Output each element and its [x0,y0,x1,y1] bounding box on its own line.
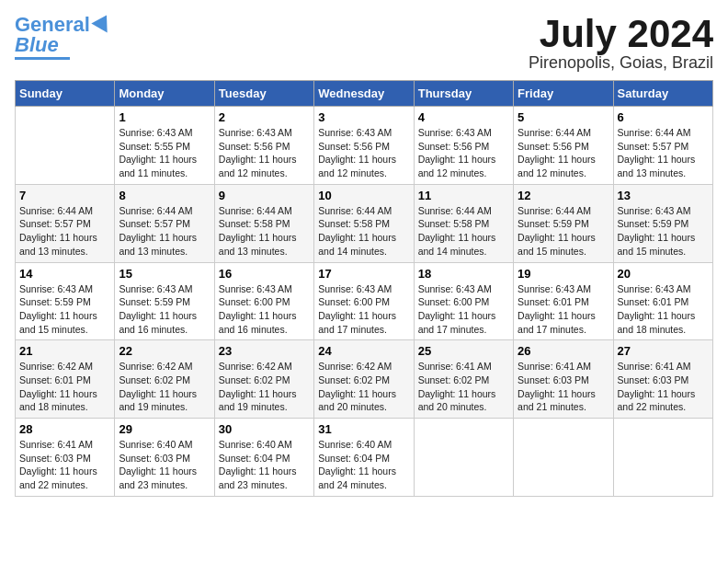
day-number: 21 [19,344,110,358]
day-number: 16 [219,267,310,281]
day-info: Sunrise: 6:44 AM Sunset: 5:57 PM Dayligh… [119,204,210,259]
logo-blue: Blue [15,35,59,55]
day-number: 29 [119,422,210,436]
title-block: July 2024 Pirenopolis, Goias, Brazil [529,15,713,73]
calendar-cell [514,419,613,497]
logo-underline [15,57,70,60]
day-info: Sunrise: 6:43 AM Sunset: 5:56 PM Dayligh… [219,126,310,180]
calendar-cell: 15Sunrise: 6:43 AM Sunset: 5:59 PM Dayli… [115,262,214,340]
day-number: 8 [119,189,210,202]
location-title: Pirenopolis, Goias, Brazil [529,53,713,73]
weekday-header-cell: Sunday [16,81,115,107]
logo: General Blue [15,15,110,60]
calendar-cell: 13Sunrise: 6:43 AM Sunset: 5:59 PM Dayli… [613,184,712,262]
day-info: Sunrise: 6:42 AM Sunset: 6:02 PM Dayligh… [219,360,310,414]
day-info: Sunrise: 6:43 AM Sunset: 5:59 PM Dayligh… [119,282,210,337]
calendar-cell: 24Sunrise: 6:42 AM Sunset: 6:02 PM Dayli… [314,340,414,419]
day-number: 2 [219,110,310,124]
logo-triangle-icon [91,11,114,33]
day-info: Sunrise: 6:44 AM Sunset: 5:57 PM Dayligh… [618,126,709,180]
page-header: General Blue July 2024 Pirenopolis, Goia… [15,15,713,73]
calendar-week-row: 14Sunrise: 6:43 AM Sunset: 5:59 PM Dayli… [16,262,713,340]
calendar-cell: 3Sunrise: 6:43 AM Sunset: 5:56 PM Daylig… [314,107,414,185]
day-info: Sunrise: 6:43 AM Sunset: 6:01 PM Dayligh… [618,282,709,337]
calendar-week-row: 7Sunrise: 6:44 AM Sunset: 5:57 PM Daylig… [16,184,713,262]
calendar-cell: 29Sunrise: 6:40 AM Sunset: 6:03 PM Dayli… [115,419,214,497]
day-info: Sunrise: 6:42 AM Sunset: 6:02 PM Dayligh… [318,360,409,414]
day-number: 1 [119,110,210,124]
calendar-week-row: 21Sunrise: 6:42 AM Sunset: 6:01 PM Dayli… [16,340,713,419]
month-title: July 2024 [529,15,713,53]
day-number: 7 [19,189,110,202]
day-number: 13 [618,189,709,202]
calendar-cell [613,419,712,497]
weekday-header-cell: Wednesday [314,81,414,107]
calendar-cell: 6Sunrise: 6:44 AM Sunset: 5:57 PM Daylig… [613,107,712,185]
calendar-cell [16,107,115,185]
logo-text: General [15,15,90,35]
calendar-cell: 14Sunrise: 6:43 AM Sunset: 5:59 PM Dayli… [16,262,115,340]
day-number: 26 [518,344,609,358]
day-info: Sunrise: 6:43 AM Sunset: 6:00 PM Dayligh… [219,282,310,337]
calendar-cell: 21Sunrise: 6:42 AM Sunset: 6:01 PM Dayli… [16,340,115,419]
day-number: 22 [119,344,210,358]
day-number: 17 [318,267,409,281]
day-number: 24 [318,344,409,358]
day-info: Sunrise: 6:43 AM Sunset: 6:00 PM Dayligh… [418,282,509,337]
day-number: 3 [318,110,409,124]
calendar-cell: 9Sunrise: 6:44 AM Sunset: 5:58 PM Daylig… [214,184,313,262]
calendar-body: 1Sunrise: 6:43 AM Sunset: 5:55 PM Daylig… [16,107,713,497]
calendar-table: SundayMondayTuesdayWednesdayThursdayFrid… [15,80,713,497]
day-number: 25 [418,344,509,358]
day-info: Sunrise: 6:43 AM Sunset: 6:01 PM Dayligh… [518,282,609,337]
calendar-cell: 5Sunrise: 6:44 AM Sunset: 5:56 PM Daylig… [514,107,613,185]
calendar-cell: 26Sunrise: 6:41 AM Sunset: 6:03 PM Dayli… [514,340,613,419]
day-info: Sunrise: 6:44 AM Sunset: 5:59 PM Dayligh… [518,204,609,259]
day-info: Sunrise: 6:43 AM Sunset: 5:59 PM Dayligh… [19,282,110,337]
day-info: Sunrise: 6:41 AM Sunset: 6:02 PM Dayligh… [418,360,509,414]
calendar-cell: 4Sunrise: 6:43 AM Sunset: 5:56 PM Daylig… [414,107,513,185]
day-number: 6 [618,110,709,124]
calendar-cell: 28Sunrise: 6:41 AM Sunset: 6:03 PM Dayli… [16,419,115,497]
calendar-week-row: 1Sunrise: 6:43 AM Sunset: 5:55 PM Daylig… [16,107,713,185]
day-info: Sunrise: 6:41 AM Sunset: 6:03 PM Dayligh… [19,438,110,492]
day-number: 12 [518,189,609,202]
day-number: 5 [518,110,609,124]
day-number: 28 [19,422,110,436]
calendar-cell: 7Sunrise: 6:44 AM Sunset: 5:57 PM Daylig… [16,184,115,262]
weekday-header-cell: Tuesday [214,81,313,107]
calendar-cell: 23Sunrise: 6:42 AM Sunset: 6:02 PM Dayli… [214,340,313,419]
weekday-header-cell: Friday [514,81,613,107]
calendar-cell: 16Sunrise: 6:43 AM Sunset: 6:00 PM Dayli… [214,262,313,340]
weekday-header-cell: Monday [115,81,214,107]
day-info: Sunrise: 6:40 AM Sunset: 6:04 PM Dayligh… [219,438,310,492]
day-info: Sunrise: 6:42 AM Sunset: 6:02 PM Dayligh… [119,360,210,414]
calendar-cell: 25Sunrise: 6:41 AM Sunset: 6:02 PM Dayli… [414,340,513,419]
day-info: Sunrise: 6:44 AM Sunset: 5:56 PM Dayligh… [518,126,609,180]
calendar-cell [414,419,513,497]
day-number: 9 [219,189,310,202]
day-info: Sunrise: 6:41 AM Sunset: 6:03 PM Dayligh… [618,360,709,414]
weekday-header-row: SundayMondayTuesdayWednesdayThursdayFrid… [16,81,713,107]
calendar-cell: 22Sunrise: 6:42 AM Sunset: 6:02 PM Dayli… [115,340,214,419]
calendar-cell: 31Sunrise: 6:40 AM Sunset: 6:04 PM Dayli… [314,419,414,497]
calendar-cell: 17Sunrise: 6:43 AM Sunset: 6:00 PM Dayli… [314,262,414,340]
weekday-header-cell: Saturday [613,81,712,107]
day-number: 18 [418,267,509,281]
calendar-cell: 12Sunrise: 6:44 AM Sunset: 5:59 PM Dayli… [514,184,613,262]
day-number: 11 [418,189,509,202]
day-info: Sunrise: 6:44 AM Sunset: 5:58 PM Dayligh… [219,204,310,259]
day-number: 14 [19,267,110,281]
day-info: Sunrise: 6:43 AM Sunset: 5:55 PM Dayligh… [119,126,210,180]
calendar-cell: 27Sunrise: 6:41 AM Sunset: 6:03 PM Dayli… [613,340,712,419]
day-number: 27 [618,344,709,358]
day-info: Sunrise: 6:44 AM Sunset: 5:58 PM Dayligh… [318,204,409,259]
calendar-cell: 10Sunrise: 6:44 AM Sunset: 5:58 PM Dayli… [314,184,414,262]
day-number: 4 [418,110,509,124]
day-number: 10 [318,189,409,202]
day-number: 23 [219,344,310,358]
day-info: Sunrise: 6:43 AM Sunset: 5:59 PM Dayligh… [618,204,709,259]
day-number: 20 [618,267,709,281]
calendar-cell: 30Sunrise: 6:40 AM Sunset: 6:04 PM Dayli… [214,419,313,497]
day-info: Sunrise: 6:42 AM Sunset: 6:01 PM Dayligh… [19,360,110,414]
